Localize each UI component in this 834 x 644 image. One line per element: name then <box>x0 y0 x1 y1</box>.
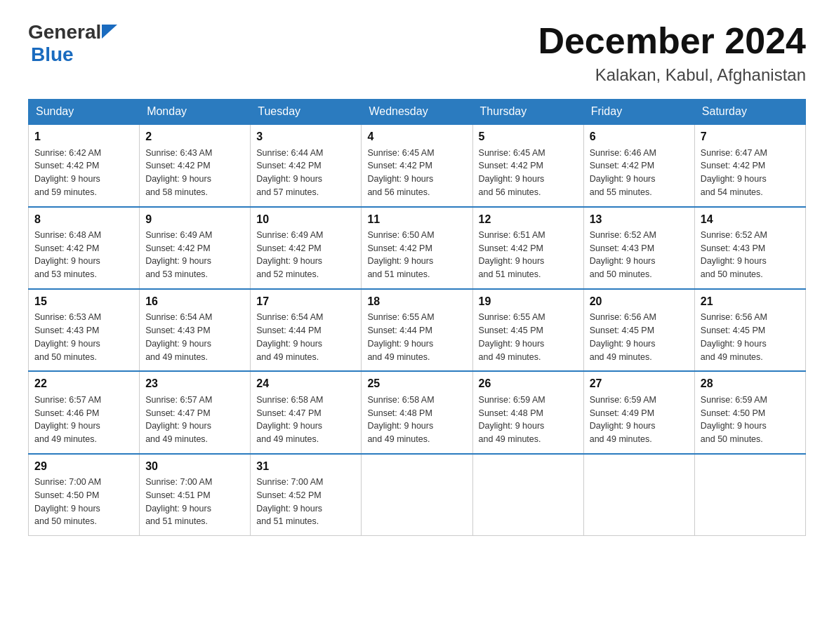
day-info: Sunrise: 6:50 AMSunset: 4:42 PMDaylight:… <box>367 230 434 279</box>
logo-blue-text: Blue <box>31 43 118 66</box>
day-number: 8 <box>34 212 133 227</box>
day-info: Sunrise: 6:59 AMSunset: 4:49 PMDaylight:… <box>590 395 656 444</box>
logo-general-text: General <box>28 21 101 43</box>
day-number: 16 <box>145 294 244 309</box>
day-number: 21 <box>701 294 800 309</box>
calendar-cell: 2 Sunrise: 6:43 AMSunset: 4:42 PMDayligh… <box>140 124 251 206</box>
calendar-cell: 14 Sunrise: 6:52 AMSunset: 4:43 PMDaylig… <box>694 207 805 289</box>
day-number: 23 <box>145 376 244 391</box>
day-info: Sunrise: 6:49 AMSunset: 4:42 PMDaylight:… <box>145 230 212 279</box>
calendar-cell: 9 Sunrise: 6:49 AMSunset: 4:42 PMDayligh… <box>140 207 251 289</box>
day-number: 7 <box>701 129 800 145</box>
calendar-cell: 25 Sunrise: 6:58 AMSunset: 4:48 PMDaylig… <box>362 371 472 453</box>
day-info: Sunrise: 6:56 AMSunset: 4:45 PMDaylight:… <box>590 312 656 361</box>
day-info: Sunrise: 6:59 AMSunset: 4:50 PMDaylight:… <box>701 395 767 444</box>
month-title: December 2024 <box>538 21 806 61</box>
day-number: 6 <box>590 129 689 145</box>
calendar-cell: 3 Sunrise: 6:44 AMSunset: 4:42 PMDayligh… <box>251 124 362 206</box>
day-number: 2 <box>145 129 244 145</box>
day-info: Sunrise: 6:52 AMSunset: 4:43 PMDaylight:… <box>590 230 656 279</box>
calendar-cell: 12 Sunrise: 6:51 AMSunset: 4:42 PMDaylig… <box>472 207 583 289</box>
calendar-cell: 11 Sunrise: 6:50 AMSunset: 4:42 PMDaylig… <box>362 207 472 289</box>
calendar-cell: 27 Sunrise: 6:59 AMSunset: 4:49 PMDaylig… <box>583 371 694 453</box>
day-number: 25 <box>367 376 466 391</box>
day-number: 15 <box>34 294 133 309</box>
day-info: Sunrise: 7:00 AMSunset: 4:52 PMDaylight:… <box>256 477 323 526</box>
calendar-cell: 21 Sunrise: 6:56 AMSunset: 4:45 PMDaylig… <box>694 289 805 371</box>
day-number: 12 <box>479 212 578 227</box>
calendar-cell: 4 Sunrise: 6:45 AMSunset: 4:42 PMDayligh… <box>362 124 472 206</box>
day-info: Sunrise: 6:44 AMSunset: 4:42 PMDaylight:… <box>256 148 323 197</box>
day-info: Sunrise: 6:42 AMSunset: 4:42 PMDaylight:… <box>34 148 101 197</box>
week-row-1: 1 Sunrise: 6:42 AMSunset: 4:42 PMDayligh… <box>29 124 806 206</box>
day-number: 11 <box>367 212 466 227</box>
day-info: Sunrise: 6:59 AMSunset: 4:48 PMDaylight:… <box>479 395 545 444</box>
title-area: December 2024 Kalakan, Kabul, Afghanista… <box>538 21 806 85</box>
logo-arrow-icon <box>102 25 117 39</box>
calendar-cell: 1 Sunrise: 6:42 AMSunset: 4:42 PMDayligh… <box>29 124 140 206</box>
calendar-cell <box>362 454 472 536</box>
day-number: 4 <box>367 129 466 145</box>
col-sunday: Sunday <box>29 100 140 125</box>
calendar-cell: 28 Sunrise: 6:59 AMSunset: 4:50 PMDaylig… <box>694 371 805 453</box>
day-info: Sunrise: 6:57 AMSunset: 4:46 PMDaylight:… <box>34 395 101 444</box>
day-info: Sunrise: 6:56 AMSunset: 4:45 PMDaylight:… <box>701 312 767 361</box>
calendar-cell: 24 Sunrise: 6:58 AMSunset: 4:47 PMDaylig… <box>251 371 362 453</box>
day-info: Sunrise: 6:52 AMSunset: 4:43 PMDaylight:… <box>701 230 767 279</box>
day-number: 29 <box>34 459 133 474</box>
day-number: 1 <box>34 129 133 145</box>
day-number: 14 <box>701 212 800 227</box>
day-number: 26 <box>479 376 578 391</box>
day-info: Sunrise: 6:46 AMSunset: 4:42 PMDaylight:… <box>590 148 656 197</box>
day-info: Sunrise: 6:54 AMSunset: 4:44 PMDaylight:… <box>256 312 323 361</box>
day-number: 13 <box>590 212 689 227</box>
day-info: Sunrise: 6:53 AMSunset: 4:43 PMDaylight:… <box>34 312 101 361</box>
calendar-cell: 19 Sunrise: 6:55 AMSunset: 4:45 PMDaylig… <box>472 289 583 371</box>
location-title: Kalakan, Kabul, Afghanistan <box>538 65 806 85</box>
day-number: 27 <box>590 376 689 391</box>
svg-marker-0 <box>102 25 117 39</box>
calendar-header-row: Sunday Monday Tuesday Wednesday Thursday… <box>29 100 806 125</box>
logo: General Blue <box>28 21 118 66</box>
day-info: Sunrise: 6:54 AMSunset: 4:43 PMDaylight:… <box>145 312 212 361</box>
day-number: 19 <box>479 294 578 309</box>
col-monday: Monday <box>140 100 251 125</box>
col-saturday: Saturday <box>694 100 805 125</box>
calendar-cell <box>694 454 805 536</box>
day-number: 22 <box>34 376 133 391</box>
calendar-cell: 15 Sunrise: 6:53 AMSunset: 4:43 PMDaylig… <box>29 289 140 371</box>
calendar-table: Sunday Monday Tuesday Wednesday Thursday… <box>28 99 806 536</box>
day-number: 9 <box>145 212 244 227</box>
col-tuesday: Tuesday <box>251 100 362 125</box>
calendar-cell: 31 Sunrise: 7:00 AMSunset: 4:52 PMDaylig… <box>251 454 362 536</box>
day-number: 10 <box>256 212 355 227</box>
page-header: General Blue December 2024 Kalakan, Kabu… <box>28 21 806 85</box>
day-number: 3 <box>256 129 355 145</box>
calendar-cell: 16 Sunrise: 6:54 AMSunset: 4:43 PMDaylig… <box>140 289 251 371</box>
day-info: Sunrise: 6:47 AMSunset: 4:42 PMDaylight:… <box>701 148 767 197</box>
day-info: Sunrise: 6:55 AMSunset: 4:44 PMDaylight:… <box>367 312 434 361</box>
day-info: Sunrise: 6:58 AMSunset: 4:47 PMDaylight:… <box>256 395 323 444</box>
day-info: Sunrise: 6:45 AMSunset: 4:42 PMDaylight:… <box>367 148 434 197</box>
calendar-cell: 23 Sunrise: 6:57 AMSunset: 4:47 PMDaylig… <box>140 371 251 453</box>
day-number: 20 <box>590 294 689 309</box>
calendar-cell: 10 Sunrise: 6:49 AMSunset: 4:42 PMDaylig… <box>251 207 362 289</box>
col-friday: Friday <box>583 100 694 125</box>
calendar-cell: 22 Sunrise: 6:57 AMSunset: 4:46 PMDaylig… <box>29 371 140 453</box>
calendar-cell: 17 Sunrise: 6:54 AMSunset: 4:44 PMDaylig… <box>251 289 362 371</box>
calendar-cell: 20 Sunrise: 6:56 AMSunset: 4:45 PMDaylig… <box>583 289 694 371</box>
day-info: Sunrise: 6:58 AMSunset: 4:48 PMDaylight:… <box>367 395 434 444</box>
day-info: Sunrise: 6:51 AMSunset: 4:42 PMDaylight:… <box>479 230 545 279</box>
calendar-cell: 13 Sunrise: 6:52 AMSunset: 4:43 PMDaylig… <box>583 207 694 289</box>
day-info: Sunrise: 7:00 AMSunset: 4:50 PMDaylight:… <box>34 477 101 526</box>
day-info: Sunrise: 6:48 AMSunset: 4:42 PMDaylight:… <box>34 230 101 279</box>
day-number: 5 <box>479 129 578 145</box>
calendar-cell: 30 Sunrise: 7:00 AMSunset: 4:51 PMDaylig… <box>140 454 251 536</box>
day-number: 30 <box>145 459 244 474</box>
col-thursday: Thursday <box>472 100 583 125</box>
day-number: 28 <box>701 376 800 391</box>
calendar-cell <box>472 454 583 536</box>
calendar-cell <box>583 454 694 536</box>
calendar-cell: 5 Sunrise: 6:45 AMSunset: 4:42 PMDayligh… <box>472 124 583 206</box>
col-wednesday: Wednesday <box>362 100 472 125</box>
